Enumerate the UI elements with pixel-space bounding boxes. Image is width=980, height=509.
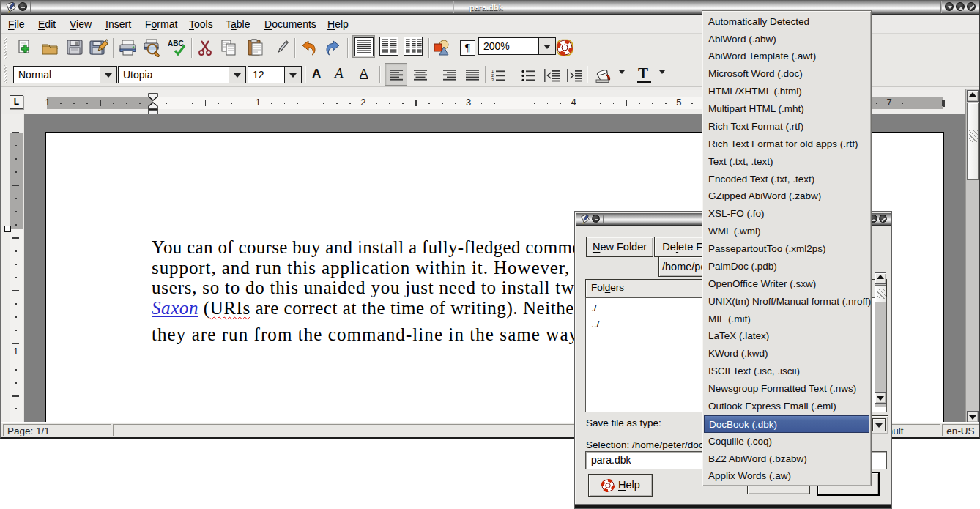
svg-text:3: 3 — [491, 78, 494, 82]
svg-text:ABC: ABC — [168, 40, 184, 48]
